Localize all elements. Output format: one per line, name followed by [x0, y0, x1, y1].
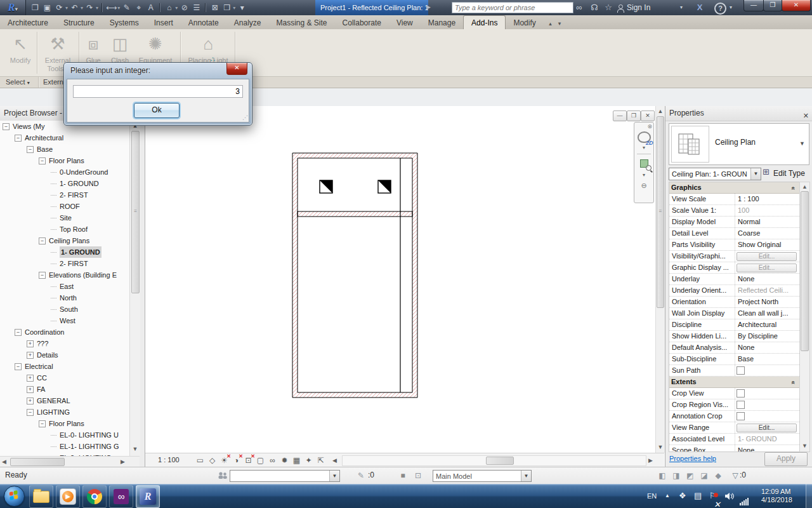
- taskbar-explorer-button[interactable]: [29, 485, 53, 508]
- property-value[interactable]: Edit...: [735, 422, 799, 433]
- tree-item-2-first[interactable]: 2- FIRST: [0, 189, 129, 201]
- close-hidden-windows-icon[interactable]: ⊠: [209, 2, 220, 13]
- tree-item-elevations-building-e[interactable]: −Elevations (Building E: [0, 269, 129, 281]
- exterior-walls[interactable]: [292, 153, 417, 398]
- tab-massing-site[interactable]: Massing & Site: [269, 16, 335, 30]
- taskbar-media-player-button[interactable]: ▶: [56, 485, 80, 508]
- view-restore-button[interactable]: ❐: [627, 110, 641, 121]
- tree-item-site[interactable]: Site: [0, 212, 129, 224]
- chevron-down-icon[interactable]: ▼: [750, 168, 761, 180]
- show-crop-region-icon[interactable]: ▢: [255, 455, 266, 465]
- tree-item-coordination[interactable]: −Coordination: [0, 326, 129, 338]
- show-desktop-button[interactable]: [806, 484, 812, 508]
- edit-button[interactable]: Edit...: [737, 264, 797, 272]
- view-scale-button[interactable]: 1 : 100: [158, 456, 180, 464]
- zoom-region-icon[interactable]: [640, 159, 648, 168]
- tab-insert[interactable]: Insert: [147, 16, 181, 30]
- tree-item-1-ground[interactable]: 1- GROUND: [0, 246, 129, 258]
- select-elements-by-face-icon[interactable]: ◪: [698, 470, 710, 481]
- action-center-flag-icon[interactable]: ⚐✕: [709, 484, 717, 508]
- interior-wall[interactable]: [298, 211, 412, 217]
- edit-type-button[interactable]: Edit Type: [773, 167, 805, 180]
- default-3d-view-icon[interactable]: ⌂: [164, 2, 174, 13]
- properties-vscrollbar[interactable]: ▲ ▼: [799, 182, 810, 452]
- window-close-button[interactable]: ✕: [782, 0, 811, 11]
- edit-button[interactable]: Edit...: [737, 252, 797, 261]
- dropbox-icon[interactable]: ❖: [679, 484, 686, 508]
- collapse-icon[interactable]: −: [39, 237, 46, 244]
- tree-item-electrical[interactable]: −Electrical: [0, 361, 129, 372]
- scroll-thumb[interactable]: [801, 191, 809, 351]
- sun-path-icon[interactable]: ☀✕: [219, 455, 230, 465]
- edit-button[interactable]: Edit...: [737, 424, 797, 432]
- collapse-icon[interactable]: −: [39, 272, 46, 279]
- tree-item-west[interactable]: West: [0, 315, 129, 326]
- tree-item-cc[interactable]: +CC: [0, 372, 129, 384]
- scroll-down-icon[interactable]: ▼: [800, 443, 809, 449]
- integer-input[interactable]: [73, 85, 243, 98]
- collapse-icon[interactable]: −: [27, 409, 34, 416]
- scroll-thumb[interactable]: [10, 458, 65, 466]
- property-value[interactable]: Architectural: [735, 319, 799, 330]
- ok-button[interactable]: Ok: [134, 103, 180, 118]
- ribbon-collapse-dropdown-icon[interactable]: ▾: [555, 20, 565, 27]
- shadows-icon[interactable]: ◑✕: [231, 455, 242, 465]
- title-overflow-icon[interactable]: ▶: [426, 4, 431, 10]
- dropdown-arrow-icon[interactable]: ▾: [65, 5, 68, 11]
- section-header-extents[interactable]: Extents«: [669, 377, 799, 388]
- aligned-dimension-icon[interactable]: ✎: [121, 2, 132, 13]
- property-value[interactable]: None: [735, 342, 799, 353]
- apply-button[interactable]: Apply: [764, 452, 808, 466]
- dropdown-arrow-icon[interactable]: ▾: [233, 5, 235, 11]
- chevron-down-icon[interactable]: ▼: [329, 471, 339, 481]
- property-value[interactable]: Edit...: [735, 262, 799, 273]
- scroll-down-icon[interactable]: ▼: [130, 446, 140, 452]
- glue-button[interactable]: ⧈Glue: [81, 31, 105, 65]
- collapse-chevron-icon[interactable]: «: [789, 187, 799, 190]
- vcb-collapse-icon[interactable]: ◀: [332, 457, 337, 464]
- placing-light-button[interactable]: ⌂∴Placing Light: [184, 31, 232, 65]
- section-icon[interactable]: ⊘: [179, 2, 190, 13]
- property-value[interactable]: 1 : 100: [735, 194, 799, 204]
- light-fixture[interactable]: [378, 180, 391, 193]
- tray-clock[interactable]: 12:09 AM 4/18/2018: [761, 488, 801, 504]
- tree-item-general[interactable]: +GENERAL: [0, 395, 129, 406]
- window-minimize-button[interactable]: —: [743, 0, 764, 11]
- property-value[interactable]: Reflected Ceili...: [735, 285, 799, 296]
- ribbon-cycle-button[interactable]: ▴: [546, 20, 555, 27]
- switch-windows-icon[interactable]: ❒: [221, 2, 232, 13]
- revit-app-menu-button[interactable]: R▾: [0, 0, 26, 15]
- taskbar-chrome-button[interactable]: [82, 485, 107, 508]
- tab-annotate[interactable]: Annotate: [181, 16, 226, 30]
- navbar-close-icon[interactable]: ⊗: [647, 123, 652, 130]
- taskbar-revit-button[interactable]: R: [136, 485, 160, 508]
- instance-selector-combo[interactable]: Ceiling Plan: 1- GROUN ▼: [669, 168, 761, 180]
- expand-icon[interactable]: +: [27, 340, 34, 347]
- tab-structure[interactable]: Structure: [56, 16, 102, 30]
- expand-icon[interactable]: +: [27, 375, 34, 382]
- property-value[interactable]: Project North: [735, 297, 799, 307]
- property-value[interactable]: Normal: [735, 217, 799, 227]
- sign-in-person-icon[interactable]: [617, 4, 624, 12]
- property-value[interactable]: Base: [735, 354, 799, 364]
- language-indicator[interactable]: EN: [647, 484, 657, 508]
- subscription-center-icon[interactable]: ☊: [589, 2, 600, 13]
- worksets-icon[interactable]: [218, 471, 228, 480]
- editing-requests-icon[interactable]: ✎: [355, 470, 367, 481]
- sign-in-dropdown-icon[interactable]: ▾: [678, 2, 685, 13]
- search-binoculars-icon[interactable]: ∞: [573, 2, 586, 13]
- reveal-constraints-icon[interactable]: ⇱: [315, 455, 326, 465]
- dialog-close-button[interactable]: ✕: [226, 63, 247, 75]
- redo-icon[interactable]: ↷: [84, 2, 95, 13]
- clash-button[interactable]: ◫Clash: [107, 31, 133, 65]
- scroll-right-icon[interactable]: ▶: [121, 458, 125, 465]
- start-button[interactable]: [4, 486, 25, 507]
- property-value[interactable]: By Discipline: [735, 331, 799, 342]
- canvas-hscrollbar[interactable]: [342, 455, 646, 466]
- expand-icon[interactable]: +: [27, 352, 34, 359]
- tree-item-south[interactable]: South: [0, 304, 129, 315]
- checkbox[interactable]: [737, 412, 745, 420]
- property-value[interactable]: [735, 365, 799, 376]
- modify-button[interactable]: ↖Modify: [4, 31, 37, 65]
- show-hidden-icons-icon[interactable]: ▲: [665, 484, 670, 508]
